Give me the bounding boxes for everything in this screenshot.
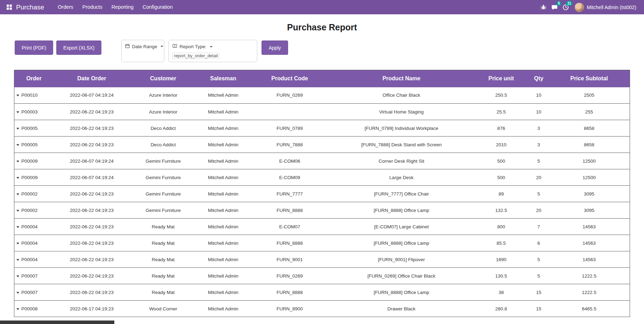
col-price-subtotal: Price Subtotal [549,70,630,87]
customer-cell: Azure Interior [130,104,196,120]
expand-caret-icon[interactable] [16,308,19,310]
date-range-label: Date Range [132,44,157,49]
customer-cell: Deco Addict [130,137,196,153]
apps-grid-icon[interactable] [5,0,13,14]
page-title: Purchase Report [0,22,644,33]
price-subtotal-cell: 255 [549,104,630,120]
date-order-cell: 2022-06-22 04:19:23 [53,137,130,153]
report-type-toggle[interactable]: Report Type: [172,44,253,50]
table-row: P00008 2022-06-17 04:19:23 Wood Corner M… [14,301,630,317]
price-unit-cell: 38 [473,284,529,301]
table-row: P00009 2022-06-07 04:19:24 Gemini Furnit… [14,169,630,186]
report-type-dropdown[interactable]: Report Type: report_by_order_detail [169,40,257,62]
product-name-cell: [FURN_0269] Office Chair Black [329,268,473,284]
product-name-cell: [FURN_9001] Flipover [329,251,473,268]
expand-caret-icon[interactable] [16,226,19,228]
col-price-unit: Price unit [473,70,529,87]
col-product-name: Product Name [329,70,473,87]
top-navbar: Purchase Orders Products Reporting Confi… [0,0,644,14]
salesman-cell: Mitchell Admin [196,268,250,284]
menu-orders[interactable]: Orders [53,0,78,14]
export-xlsx-button[interactable]: Export (XLSX) [56,40,101,55]
debug-bug-icon[interactable] [538,0,549,14]
price-subtotal-cell: 14563 [549,219,630,235]
expand-caret-icon[interactable] [16,111,19,113]
product-name-cell: Virtual Home Staging [329,104,473,120]
menu-configuration[interactable]: Configuration [138,0,177,14]
qty-cell: 5 [529,268,549,284]
activities-icon[interactable]: 11 [560,0,571,14]
qty-cell: 5 [529,153,549,169]
price-unit-cell: 280.8 [473,301,529,317]
expand-caret-icon[interactable] [16,128,19,130]
customer-cell: Gemini Furniture [130,186,196,202]
product-name-cell: [E-COM07] Large Cabinet [329,219,473,235]
col-order: Order [14,70,54,87]
price-subtotal-cell: 8658 [549,120,630,137]
expand-caret-icon[interactable] [16,210,19,212]
customer-cell: Gemini Furniture [130,202,196,219]
expand-caret-icon[interactable] [16,95,19,96]
menu-reporting[interactable]: Reporting [107,0,138,14]
table-row: P00002 2022-06-22 04:19:23 Gemini Furnit… [14,202,630,219]
app-brand[interactable]: Purchase [16,3,44,11]
report-controls: Print (PDF) Export (XLSX) Date Range [15,40,630,62]
qty-cell: 20 [529,202,549,219]
price-unit-cell: 500 [473,169,529,186]
qty-cell: 3 [529,137,549,153]
date-order-cell: 2022-06-07 04:19:24 [53,153,130,169]
user-menu[interactable]: Mitchell Admin (tst002) [571,3,636,12]
expand-caret-icon[interactable] [16,193,19,195]
product-name-cell: Large Desk [329,169,473,186]
price-unit-cell: 250.5 [473,87,529,104]
date-order-cell: 2022-06-07 04:19:24 [53,169,130,186]
product-name-cell: [FURN_8888] Office Lamp [329,235,473,251]
product-code-cell: E-COM06 [250,153,329,169]
table-row: P00005 2022-06-22 04:19:23 Deco Addict M… [14,120,630,137]
date-range-toggle[interactable]: Date Range [125,44,160,49]
expand-caret-icon[interactable] [16,275,19,277]
table-row: P00005 2022-06-22 04:19:23 Deco Addict M… [14,137,630,153]
qty-cell: 10 [529,87,549,104]
date-order-cell: 2022-06-22 04:19:23 [53,186,130,202]
price-unit-cell: 89 [473,186,529,202]
price-subtotal-cell: 3095 [549,202,630,219]
order-cell: P00005 [14,120,54,137]
order-cell: P00004 [14,251,54,268]
menu-products[interactable]: Products [78,0,107,14]
date-order-cell: 2022-06-07 04:19:24 [53,87,130,104]
table-row: P00004 2022-06-22 04:19:23 Ready Mat Mit… [14,235,630,251]
status-bar [0,321,114,324]
customer-cell: Azure Interior [130,87,196,104]
table-row: P00007 2022-06-22 04:19:23 Ready Mat Mit… [14,268,630,284]
product-name-cell: [FURN_7888] Desk Stand with Screen [329,137,473,153]
salesman-cell: Mitchell Admin [196,153,250,169]
price-unit-cell: 2010 [473,137,529,153]
product-name-cell: [FURN_0789] Individual Workplace [329,120,473,137]
price-subtotal-cell: 6465.5 [549,301,630,317]
print-pdf-button[interactable]: Print (PDF) [15,40,53,55]
chevron-down-icon [160,46,163,47]
col-date-order: Date Order [53,70,130,87]
purchase-report-table: Order Date Order Customer Salesman Produ… [14,70,630,317]
date-range-dropdown[interactable]: Date Range [121,40,164,62]
activities-badge: 11 [566,1,573,6]
expand-caret-icon[interactable] [16,177,19,179]
date-order-cell: 2022-06-22 04:19:23 [53,284,130,301]
qty-cell: 15 [529,301,549,317]
expand-caret-icon[interactable] [16,161,19,162]
expand-caret-icon[interactable] [16,144,19,146]
messages-icon[interactable]: 5 [549,0,560,14]
product-code-cell: FURN_8900 [250,301,329,317]
book-icon [172,44,177,50]
expand-caret-icon[interactable] [16,259,19,261]
price-subtotal-cell: 1222.5 [549,268,630,284]
expand-caret-icon[interactable] [16,292,19,294]
customer-cell: Wood Corner [130,301,196,317]
product-name-cell: [FURN_8888] Office Lamp [329,284,473,301]
date-order-cell: 2022-06-22 04:19:23 [53,268,130,284]
apply-button[interactable]: Apply [262,40,288,55]
qty-cell: 6 [529,235,549,251]
expand-caret-icon[interactable] [16,243,19,244]
date-order-cell: 2022-06-22 04:19:23 [53,235,130,251]
